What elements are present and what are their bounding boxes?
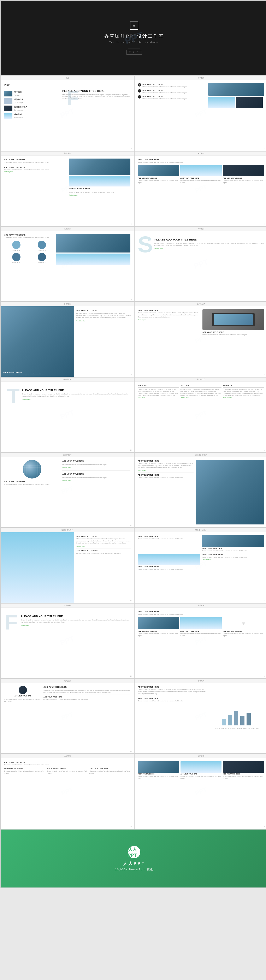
cust-13-title2: ADD YOUR TITLE HERE bbox=[138, 474, 194, 476]
toc-sub-4: Success cases bbox=[14, 116, 23, 119]
t-content: PLEASE ADD YOUR TITLE HERE Choose six wo… bbox=[22, 385, 131, 400]
cust-15-t4: ADD YOUR TITLE HERE bbox=[202, 554, 264, 556]
cust-15-t1: ADD YOUR TITLE HERE bbox=[138, 535, 200, 537]
cust-14-content: ADD YOUR TITLE HERE Choose six words 'to… bbox=[1, 532, 134, 603]
about-4-body2: Choose six words from 'to' and write a s… bbox=[4, 169, 66, 171]
slide-adv-11: 我们的优势 ADD TITLE Choose six words 'to' an… bbox=[135, 377, 266, 452]
toc-header: 目录 bbox=[1, 76, 134, 80]
about-img-2 bbox=[208, 97, 235, 108]
work-in-pairs-2: Work in pairs. bbox=[69, 194, 131, 196]
toc-label-4: 成功案例 bbox=[14, 113, 23, 116]
success-17-col2: ADD YOUR TITLE HERE Choose six words fro… bbox=[180, 617, 221, 637]
success-17-col3: ⊕ ADD YOUR TITLE HERE Choose six words f… bbox=[223, 617, 264, 637]
t-body: Choose six words 'to' and write a senten… bbox=[22, 393, 131, 397]
about-5-c3-title: ADD YOUR TITLE HERE bbox=[223, 177, 264, 179]
slide-success-19: 成功案例 ADD YOUR TITLE HERE Choose six word… bbox=[135, 679, 266, 753]
t-21-3: ADD YOUR TITLE HERE bbox=[223, 773, 264, 775]
circle-label-4: YOUR TITLE bbox=[38, 262, 46, 264]
big-f-16: F bbox=[5, 612, 18, 633]
about-6-content: ADD YOUR TITLE HERE Choose six words fro… bbox=[4, 234, 131, 265]
end-20-b2: Choose six words from 'to' and write a s… bbox=[47, 770, 88, 774]
end-20-t3: ADD YOUR TITLE HERE bbox=[89, 768, 131, 770]
end-20-item2: ADD YOUR TITLE HERE Choose six words fro… bbox=[47, 768, 88, 774]
success-19-left: ADD YOUR TITLE HERE Choose six words 'to… bbox=[138, 686, 206, 751]
cust-15-grid: ADD YOUR TITLE HERE Choose six words fro… bbox=[138, 535, 264, 570]
about-5-body: Choose six words from 'to' and write a s… bbox=[138, 161, 264, 163]
adv-8-overlay: ADD YOUR TITLE HERE Choose six words fro… bbox=[3, 372, 45, 375]
globe-img bbox=[23, 460, 41, 479]
circle-label-1: YOUR TITLE bbox=[12, 250, 20, 252]
end-20-item1: ADD YOUR TITLE HERE Choose six words fro… bbox=[4, 768, 45, 774]
s-work: Work in pairs. bbox=[155, 248, 264, 249]
success-17-title: ADD YOUR TITLE HERE bbox=[138, 611, 264, 612]
success-16-title: PLEASE ADD YOUR TITLE HERE bbox=[21, 615, 131, 618]
slide-success-18: 成功案例 ADD YOUR TITLE HERE Choose six word… bbox=[1, 679, 134, 753]
adv-8-work: Work in pairs. bbox=[76, 320, 131, 321]
slide-about-5: 关于我们 ADD YOUR TITLE HERE Choose six word… bbox=[135, 151, 266, 226]
about-header-3: 关于我们 bbox=[135, 76, 266, 80]
adv-header-9: 我们的优势 bbox=[135, 302, 266, 306]
adv-11-c3-body: Choose six words 'to' and write a senten… bbox=[223, 388, 264, 396]
header-21: 成功案例 bbox=[135, 754, 266, 758]
adv-12-work2: Work in pairs. bbox=[62, 480, 131, 481]
about-5-img1 bbox=[138, 165, 179, 177]
slide-21: 成功案例 ADD YOUR TITLE HERE Choose six word… bbox=[135, 754, 266, 829]
adv-11-col2: ADD TITLE Choose six words 'to' and writ… bbox=[180, 385, 221, 398]
about-5-title: ADD YOUR TITLE HERE bbox=[138, 159, 264, 161]
svg-rect-3 bbox=[241, 716, 244, 725]
about-header-5: 关于我们 bbox=[135, 151, 266, 156]
toc-item-1: 关于我们 About us bbox=[4, 91, 60, 97]
cust-14-div bbox=[76, 548, 131, 549]
about-6-right bbox=[56, 234, 131, 265]
about-4-img1 bbox=[69, 159, 131, 175]
cust-13-body: Choose six words 'to' and write a senten… bbox=[138, 463, 194, 469]
cust-15-img2 bbox=[202, 535, 264, 547]
ren-logo-circle: 人人PPT bbox=[128, 846, 140, 858]
bottom-brand: 人人PPT bbox=[123, 861, 145, 866]
success-19-body: Choose six words 'to' and write a senten… bbox=[138, 689, 206, 695]
slide-num-9: 9 bbox=[264, 374, 265, 375]
end-20-content: ADD YOUR TITLE HERE Choose six words fro… bbox=[1, 758, 134, 829]
success-19-right: Choose six words from 'to' and write a s… bbox=[209, 686, 264, 751]
about-5-col2: ADD YOUR TITLE HERE Choose six words fro… bbox=[180, 165, 221, 184]
success-18-content: ADD YOUR TITLE HERE Choose six words fro… bbox=[1, 683, 134, 753]
toc-sub-3: Our customers bbox=[14, 109, 27, 111]
about-5-c1-title: ADD YOUR TITLE HERE bbox=[138, 177, 179, 179]
cust-15-item2: ADD YOUR TITLE HERE Choose six words fro… bbox=[202, 535, 264, 552]
svg-rect-0 bbox=[222, 719, 226, 725]
svg-rect-2 bbox=[234, 711, 238, 725]
about-6-body: Choose six words from 'to' and write a s… bbox=[4, 237, 54, 239]
success-header-19: 成功案例 bbox=[135, 679, 266, 683]
adv-9-body: Choose six words 'to' and write a senten… bbox=[138, 312, 199, 318]
circle-label-2: YOUR TITLE bbox=[38, 250, 46, 252]
slide-num-4: 4 bbox=[131, 223, 132, 225]
adv-12-body: Choose six words from 'to' and write a s… bbox=[4, 483, 60, 485]
slide-num-10: 10 bbox=[130, 449, 132, 451]
adv-11-c3-work: Work in pairs. bbox=[223, 396, 264, 398]
adv-8-body: Choose six words 'to' and write a senten… bbox=[76, 312, 131, 318]
slide-end-20: 成功案例 ADD YOUR TITLE HERE Choose six word… bbox=[1, 754, 134, 829]
about-6-circles: YOUR TITLE YOUR TITLE YOUR TITLE YO bbox=[4, 241, 54, 264]
adv-12-r-body2: Choose six words from 'to' and write a s… bbox=[62, 477, 131, 479]
slide-success-16: 成功案例 F PLEASE ADD YOUR TITLE HERE Choose… bbox=[1, 603, 134, 678]
adv-header-11: 我们的优势 bbox=[135, 377, 266, 382]
adv-9-laptop bbox=[202, 309, 264, 330]
toc-item-4: 成功案例 Success cases bbox=[4, 113, 60, 119]
adv-11-grid: ADD TITLE Choose six words 'to' and writ… bbox=[138, 385, 264, 398]
success-18-left: ADD YOUR TITLE HERE Choose six words fro… bbox=[4, 686, 41, 702]
adv-11-c1-body: Choose six words 'to' and write a senten… bbox=[138, 388, 179, 396]
cust-15-content: ADD YOUR TITLE HERE Choose six words fro… bbox=[135, 532, 266, 603]
success-header-18: 成功案例 bbox=[1, 679, 134, 683]
ren-logo-text: 人人PPT bbox=[128, 846, 140, 858]
success-19-title2: ADD YOUR TITLE HERE bbox=[138, 697, 206, 699]
success-17-c3b: Choose six words from 'to' and write a s… bbox=[223, 633, 264, 637]
success-18-b1: Choose six words from 'to' and write a s… bbox=[4, 698, 41, 702]
cust-15-b3: Choose six words from 'to' and write a s… bbox=[138, 568, 200, 570]
about-4-body: Choose six words from 'to' and write a s… bbox=[4, 161, 66, 164]
adv-9-content: ADD YOUR TITLE HERE Choose six words 'to… bbox=[135, 306, 266, 377]
b-21-1: Choose six words from 'to' and write a s… bbox=[138, 775, 179, 780]
cust-14-body: Choose six words 'to' and write a senten… bbox=[76, 538, 131, 544]
adv-11-c3-title: ADD TITLE bbox=[223, 385, 264, 387]
about-item3-title: ADD YOUR TITLE HERE bbox=[142, 95, 188, 97]
num-3: 3 bbox=[138, 95, 141, 99]
